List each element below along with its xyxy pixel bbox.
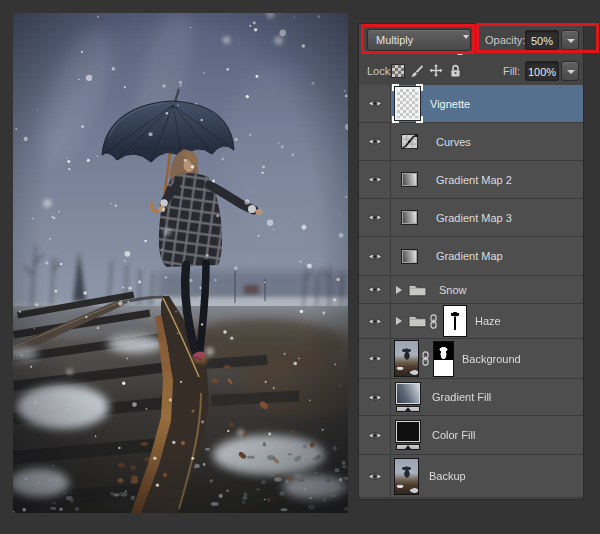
move-icon <box>429 63 443 78</box>
curves-adjustment-thumbnail[interactable] <box>401 134 418 149</box>
eye-icon <box>367 212 383 223</box>
lock-pixels-icon[interactable] <box>410 63 424 78</box>
layer-row-content[interactable]: Gradient Map 3 <box>391 199 583 236</box>
photo-layer-thumbnail[interactable] <box>394 458 419 495</box>
folder-icon <box>408 283 427 297</box>
link-chain-icon <box>421 351 430 366</box>
fill-field[interactable]: 100% <box>525 61 559 81</box>
layer-row-content[interactable]: Vignette <box>391 85 583 122</box>
eye-icon <box>367 471 383 482</box>
expand-triangle-icon[interactable] <box>396 286 402 294</box>
gradient-map-thumbnail[interactable] <box>401 172 418 187</box>
layer-name: Gradient Map 3 <box>436 212 512 224</box>
layer-row-content[interactable]: Gradient Map <box>391 237 583 275</box>
eye-icon <box>367 392 383 403</box>
visibility-toggle[interactable] <box>359 199 391 236</box>
layer-name: Backup <box>429 470 466 482</box>
layer-row-snow[interactable]: Snow <box>359 276 583 304</box>
vignette-overlay <box>13 13 348 513</box>
layer-row-vignette[interactable]: Vignette <box>359 85 583 123</box>
mask-link-icon <box>429 314 439 329</box>
layer-mask-thumbnail[interactable] <box>433 341 454 377</box>
visibility-toggle[interactable] <box>359 304 391 338</box>
updown-spinner-icon <box>457 35 464 55</box>
layer-row-content[interactable]: Backup <box>391 455 583 497</box>
layer-name: Gradient Fill <box>432 391 491 403</box>
layer-name: Gradient Map 2 <box>436 174 512 186</box>
layer-row-gradient-map-2[interactable]: Gradient Map 2 <box>359 161 583 199</box>
visibility-toggle[interactable] <box>359 416 391 454</box>
lock-position-icon[interactable] <box>429 63 443 78</box>
gradient-map-thumbnail[interactable] <box>401 249 418 264</box>
layer-row-color-fill[interactable]: Color Fill <box>359 416 583 455</box>
expand-triangle-icon[interactable] <box>396 317 402 325</box>
layer-row-haze[interactable]: Haze <box>359 304 583 339</box>
opacity-label: Opacity: <box>485 34 525 46</box>
layer-row-content[interactable]: Haze <box>391 304 583 338</box>
document-canvas[interactable] <box>13 13 348 513</box>
layer-name: Color Fill <box>432 429 475 441</box>
gradient-stop-bar <box>396 444 420 450</box>
layer-row-curves[interactable]: Curves <box>359 123 583 161</box>
layer-mask-thumbnail[interactable] <box>443 305 467 337</box>
blend-options-bar: Multiply Opacity: 50% <box>359 24 583 58</box>
fill-label: Fill: <box>503 65 520 77</box>
brush-icon <box>410 64 424 78</box>
layers-list: VignetteCurvesGradient Map 2Gradient Map… <box>359 85 583 498</box>
layer-row-gradient-map[interactable]: Gradient Map <box>359 237 583 276</box>
visibility-toggle[interactable] <box>359 339 391 378</box>
opacity-dropdown-button[interactable] <box>561 30 579 50</box>
layer-row-background[interactable]: Background <box>359 339 583 379</box>
layer-row-content[interactable]: Color Fill <box>391 416 583 454</box>
gradient-fill-thumbnail[interactable] <box>396 383 420 412</box>
group-folder-icon[interactable] <box>408 314 427 328</box>
layer-name: Curves <box>436 136 471 148</box>
layer-row-content[interactable]: Gradient Map 2 <box>391 161 583 198</box>
layer-name: Vignette <box>430 98 470 110</box>
group-folder-icon[interactable] <box>408 283 427 297</box>
layer-name: Haze <box>475 315 501 327</box>
visibility-toggle[interactable] <box>359 85 391 122</box>
eye-icon <box>367 284 383 295</box>
eye-icon <box>367 98 383 109</box>
opacity-field[interactable]: 50% <box>525 30 559 50</box>
layer-name: Snow <box>439 284 467 296</box>
layer-row-content[interactable]: Curves <box>391 123 583 160</box>
transparency-checker-icon <box>391 64 405 78</box>
visibility-toggle[interactable] <box>359 455 391 497</box>
visibility-toggle[interactable] <box>359 276 391 303</box>
color-fill-thumbnail[interactable] <box>396 421 420 450</box>
fill-dropdown-button[interactable] <box>561 61 579 81</box>
gradient-stop-bar <box>396 406 420 412</box>
photo-artwork <box>13 13 348 513</box>
lock-options-bar: Lock: Fill: 1 <box>359 58 583 85</box>
transparent-layer-thumbnail[interactable] <box>395 87 420 120</box>
curves-icon <box>401 134 418 149</box>
lock-all-icon[interactable] <box>448 63 462 78</box>
visibility-toggle[interactable] <box>359 379 391 415</box>
visibility-toggle[interactable] <box>359 123 391 160</box>
lock-transparency-icon[interactable] <box>391 63 405 78</box>
layer-row-content[interactable]: Background <box>391 339 583 378</box>
gradient-map-thumbnail[interactable] <box>401 210 418 225</box>
visibility-toggle[interactable] <box>359 237 391 275</box>
layers-panel: Multiply Opacity: 50% Lock: <box>358 23 584 500</box>
layer-row-gradient-map-3[interactable]: Gradient Map 3 <box>359 199 583 237</box>
eye-icon <box>367 316 383 327</box>
eye-icon <box>367 174 383 185</box>
layer-row-content[interactable]: Snow <box>391 276 583 303</box>
fill-swatch <box>396 383 420 404</box>
mask-link-icon <box>421 351 431 366</box>
blend-mode-select[interactable]: Multiply <box>367 29 471 51</box>
eye-icon <box>367 136 383 147</box>
layer-row-backup[interactable]: Backup <box>359 455 583 498</box>
visibility-toggle[interactable] <box>359 161 391 198</box>
layer-row-gradient-fill[interactable]: Gradient Fill <box>359 379 583 416</box>
photo-layer-thumbnail[interactable] <box>394 340 419 377</box>
layer-row-content[interactable]: Gradient Fill <box>391 379 583 415</box>
fill-swatch <box>396 421 420 442</box>
padlock-icon <box>450 64 461 78</box>
blend-mode-value: Multiply <box>376 34 413 46</box>
lock-label: Lock: <box>367 65 393 77</box>
eye-icon <box>367 251 383 262</box>
